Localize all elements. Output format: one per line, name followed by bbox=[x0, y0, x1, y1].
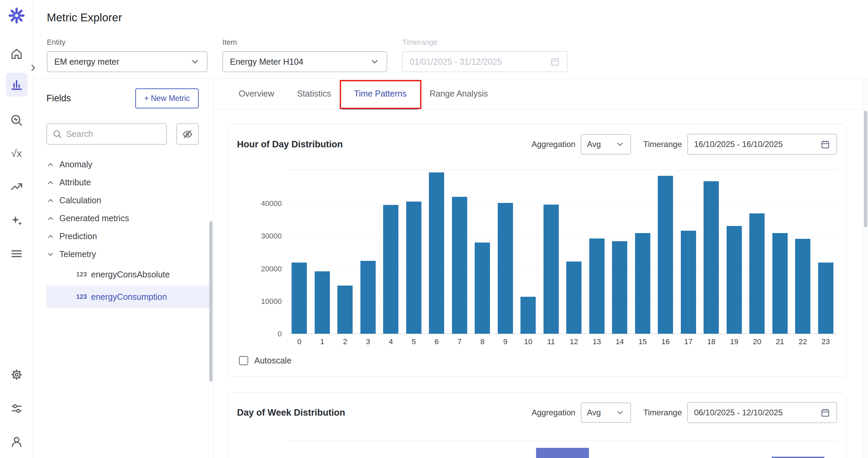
day-of-week-card: Day of Week Distribution Aggregation Avg… bbox=[228, 392, 846, 458]
item-value: Energy Meter H104 bbox=[230, 57, 303, 67]
entity-select[interactable]: EM energy meter bbox=[47, 51, 208, 72]
x-tick-label: 2 bbox=[334, 337, 357, 346]
calendar-icon bbox=[820, 139, 830, 149]
timerange-value: 16/10/2025 - 16/10/2025 bbox=[694, 140, 783, 149]
chevron-up-icon bbox=[46, 214, 55, 223]
chevron-up-icon bbox=[46, 179, 55, 187]
content-row: Fields + New Metric bbox=[33, 79, 868, 458]
tree-group-telemetry[interactable]: Telemetry bbox=[46, 245, 199, 263]
field-energyConsumption[interactable]: 123 energyConsumption bbox=[46, 286, 210, 308]
metric-explorer-chart-icon[interactable] bbox=[6, 73, 27, 97]
trend-icon[interactable] bbox=[6, 176, 27, 197]
tree-group-label: Prediction bbox=[59, 231, 97, 241]
aggregation-value: Avg bbox=[587, 408, 601, 417]
search-icon bbox=[53, 129, 62, 139]
tab-statistics[interactable]: Statistics bbox=[285, 79, 342, 109]
field-energyConsAbsolute[interactable]: 123 energyConsAbsolute bbox=[46, 263, 210, 286]
profile-icon[interactable] bbox=[6, 431, 27, 453]
item-label: Item bbox=[222, 38, 387, 47]
field-label: energyConsumption bbox=[91, 292, 167, 302]
x-tick-label: 18 bbox=[700, 337, 723, 346]
hour-chart-x-axis-row: 01234567891011121314151617181920212223 bbox=[237, 337, 837, 346]
tree-group-attribute[interactable]: Attribute bbox=[46, 173, 199, 191]
menu-list-icon[interactable] bbox=[6, 243, 27, 265]
hour-bar-0 bbox=[292, 263, 307, 334]
tree-group-label: Generated metrics bbox=[59, 213, 129, 223]
hour-bar-10 bbox=[520, 297, 536, 334]
chevron-down-icon bbox=[370, 57, 380, 67]
hour-aggregation-select[interactable]: Avg bbox=[581, 134, 631, 154]
filter-row: Entity EM energy meter Item Energy Meter… bbox=[47, 38, 868, 72]
toggle-hidden-fields-button[interactable] bbox=[176, 123, 199, 145]
timerange-value: 06/10/2025 - 12/10/2025 bbox=[694, 408, 783, 417]
tree-group-generated-metrics[interactable]: Generated metrics bbox=[46, 209, 199, 227]
formula-icon[interactable]: √x bbox=[6, 143, 27, 164]
ai-sparkles-icon[interactable] bbox=[6, 210, 27, 232]
tab-time-patterns[interactable]: Time Patterns bbox=[342, 79, 418, 109]
home-icon[interactable] bbox=[6, 43, 27, 65]
x-tick-label: 8 bbox=[471, 337, 494, 346]
hour-chart-x-axis: 01234567891011121314151617181920212223 bbox=[288, 337, 837, 346]
x-tick-label: 3 bbox=[357, 337, 380, 346]
autoscale-control: Autoscale bbox=[239, 356, 837, 366]
hour-bar-13 bbox=[589, 238, 605, 334]
hour-bar-16 bbox=[658, 176, 673, 334]
hour-bar-6 bbox=[429, 172, 444, 334]
x-tick-label: 9 bbox=[494, 337, 517, 346]
day-aggregation-select[interactable]: Avg bbox=[581, 402, 631, 423]
hour-card-title: Hour of Day Distribution bbox=[237, 139, 532, 150]
tree-group-calculation[interactable]: Calculation bbox=[46, 191, 199, 209]
hour-bar-20 bbox=[749, 213, 765, 334]
x-tick-label: 15 bbox=[631, 337, 654, 346]
top-bar: Metric Explorer Entity EM energy meter I… bbox=[33, 0, 868, 79]
fields-panel: Fields + New Metric bbox=[33, 79, 214, 458]
x-tick-label: 20 bbox=[746, 337, 769, 346]
x-tick-label: 19 bbox=[723, 337, 746, 346]
hour-bar-8 bbox=[475, 243, 490, 334]
x-tick-label: 16 bbox=[654, 337, 677, 346]
day-chart-y-axis: 20000 bbox=[237, 441, 288, 458]
x-tick-label: 10 bbox=[517, 337, 540, 346]
x-tick-label: 7 bbox=[448, 337, 471, 346]
global-timerange-input[interactable]: 01/01/2025 - 31/12/2025 bbox=[402, 51, 568, 72]
chevron-up-icon bbox=[46, 232, 55, 241]
field-search-input[interactable] bbox=[66, 129, 161, 139]
day-timerange-input[interactable]: 06/10/2025 - 12/10/2025 bbox=[687, 402, 837, 423]
tune-sliders-icon[interactable] bbox=[6, 398, 27, 419]
x-tick-label: 6 bbox=[425, 337, 448, 346]
sidebar-collapse-chevron-icon[interactable] bbox=[26, 61, 40, 75]
tab-overview[interactable]: Overview bbox=[227, 79, 285, 109]
field-search bbox=[46, 123, 167, 145]
hour-bar-4 bbox=[383, 205, 398, 334]
entity-value: EM energy meter bbox=[54, 57, 119, 67]
hour-bar-12 bbox=[566, 262, 581, 334]
calendar-icon bbox=[820, 408, 830, 418]
hour-bar-3 bbox=[360, 261, 376, 334]
field-label: energyConsAbsolute bbox=[91, 270, 170, 279]
page-scrollbar-track[interactable] bbox=[863, 79, 868, 458]
timerange-label: Timerange bbox=[643, 140, 682, 149]
tab-range-analysis[interactable]: Range Analysis bbox=[418, 79, 499, 109]
tree-group-anomaly[interactable]: Anomaly bbox=[46, 155, 199, 173]
hour-bar-22 bbox=[795, 239, 810, 334]
new-metric-button[interactable]: + New Metric bbox=[135, 88, 199, 108]
hour-timerange-input[interactable]: 16/10/2025 - 16/10/2025 bbox=[687, 134, 837, 155]
settings-gear-icon[interactable] bbox=[6, 364, 27, 386]
page-scrollbar-thumb[interactable] bbox=[864, 111, 867, 227]
main-column: Metric Explorer Entity EM energy meter I… bbox=[33, 0, 868, 458]
chevron-down-icon bbox=[46, 250, 55, 258]
eye-off-icon bbox=[182, 129, 193, 140]
x-tick-label: 11 bbox=[540, 337, 563, 346]
fields-panel-scrollbar[interactable] bbox=[209, 221, 213, 382]
tree-group-label: Attribute bbox=[59, 178, 91, 187]
x-tick-label: 21 bbox=[769, 337, 792, 346]
anomaly-search-icon[interactable] bbox=[6, 109, 27, 131]
x-tick-label: 23 bbox=[814, 337, 837, 346]
x-tick-label: 5 bbox=[402, 337, 426, 346]
tree-group-prediction[interactable]: Prediction bbox=[46, 227, 199, 245]
autoscale-checkbox[interactable] bbox=[239, 356, 248, 365]
hour-bar-21 bbox=[772, 233, 788, 334]
x-tick-label: 13 bbox=[586, 337, 609, 346]
day-bar-slot-6 bbox=[772, 457, 825, 458]
item-select[interactable]: Energy Meter H104 bbox=[222, 51, 387, 72]
